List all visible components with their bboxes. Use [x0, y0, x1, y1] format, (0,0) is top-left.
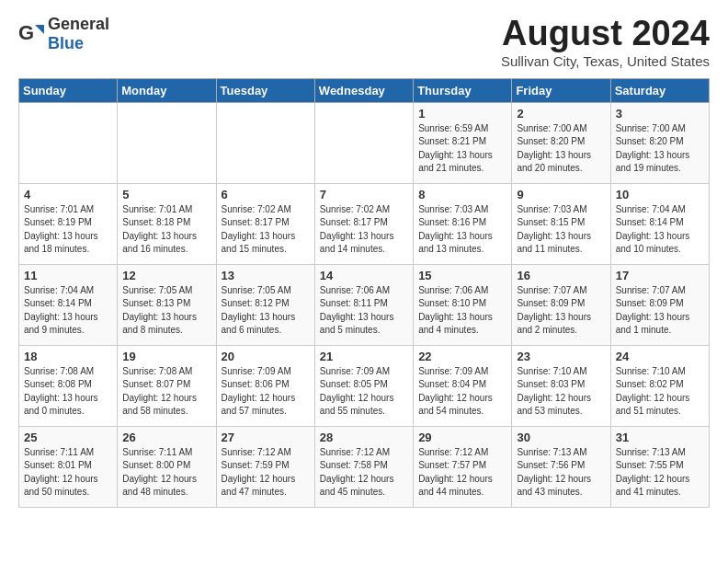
calendar-week-3: 11Sunrise: 7:04 AM Sunset: 8:14 PM Dayli…: [19, 264, 710, 345]
calendar-week-1: 1Sunrise: 6:59 AM Sunset: 8:21 PM Daylig…: [19, 102, 710, 183]
calendar-cell: 16Sunrise: 7:07 AM Sunset: 8:09 PM Dayli…: [512, 264, 610, 345]
weekday-header-sunday: Sunday: [19, 78, 118, 102]
calendar-cell: 29Sunrise: 7:12 AM Sunset: 7:57 PM Dayli…: [414, 426, 512, 507]
location-title: Sullivan City, Texas, United States: [501, 53, 710, 69]
calendar-table: SundayMondayTuesdayWednesdayThursdayFrid…: [18, 78, 710, 508]
calendar-cell: 9Sunrise: 7:03 AM Sunset: 8:15 PM Daylig…: [512, 183, 610, 264]
day-info: Sunrise: 7:05 AM Sunset: 8:12 PM Dayligh…: [222, 284, 310, 338]
day-number: 2: [517, 107, 605, 121]
calendar-cell: 13Sunrise: 7:05 AM Sunset: 8:12 PM Dayli…: [216, 264, 314, 345]
day-info: Sunrise: 7:11 AM Sunset: 8:01 PM Dayligh…: [24, 446, 112, 500]
day-number: 14: [320, 269, 408, 282]
calendar-cell: 15Sunrise: 7:06 AM Sunset: 8:10 PM Dayli…: [414, 264, 512, 345]
calendar-cell: 14Sunrise: 7:06 AM Sunset: 8:11 PM Dayli…: [314, 264, 413, 345]
weekday-header-friday: Friday: [512, 78, 610, 102]
calendar-cell: 19Sunrise: 7:08 AM Sunset: 8:07 PM Dayli…: [118, 345, 216, 426]
day-number: 10: [616, 188, 704, 201]
day-number: 3: [616, 107, 704, 121]
calendar-week-5: 25Sunrise: 7:11 AM Sunset: 8:01 PM Dayli…: [19, 426, 710, 507]
day-number: 27: [222, 431, 310, 444]
day-info: Sunrise: 7:09 AM Sunset: 8:06 PM Dayligh…: [222, 365, 310, 419]
calendar-cell: 22Sunrise: 7:09 AM Sunset: 8:04 PM Dayli…: [414, 345, 512, 426]
day-number: 23: [517, 350, 605, 363]
day-info: Sunrise: 7:04 AM Sunset: 8:14 PM Dayligh…: [24, 284, 112, 338]
calendar-cell: 4Sunrise: 7:01 AM Sunset: 8:19 PM Daylig…: [19, 183, 118, 264]
day-info: Sunrise: 6:59 AM Sunset: 8:21 PM Dayligh…: [418, 122, 506, 176]
day-info: Sunrise: 7:00 AM Sunset: 8:20 PM Dayligh…: [517, 122, 605, 176]
day-info: Sunrise: 7:01 AM Sunset: 8:19 PM Dayligh…: [24, 203, 112, 257]
logo-icon: G: [18, 21, 44, 47]
day-number: 31: [616, 431, 704, 444]
day-info: Sunrise: 7:02 AM Sunset: 8:17 PM Dayligh…: [320, 203, 408, 257]
day-number: 30: [517, 431, 605, 444]
calendar-cell: 23Sunrise: 7:10 AM Sunset: 8:03 PM Dayli…: [512, 345, 610, 426]
calendar-body: 1Sunrise: 6:59 AM Sunset: 8:21 PM Daylig…: [19, 102, 710, 507]
day-number: 15: [418, 269, 506, 282]
day-info: Sunrise: 7:03 AM Sunset: 8:15 PM Dayligh…: [517, 203, 605, 257]
logo-blue: Blue: [48, 34, 84, 52]
day-number: 20: [222, 350, 310, 363]
calendar-cell: 7Sunrise: 7:02 AM Sunset: 8:17 PM Daylig…: [314, 183, 413, 264]
day-info: Sunrise: 7:04 AM Sunset: 8:14 PM Dayligh…: [616, 203, 704, 257]
day-info: Sunrise: 7:09 AM Sunset: 8:04 PM Dayligh…: [418, 365, 506, 419]
calendar-cell: 3Sunrise: 7:00 AM Sunset: 8:20 PM Daylig…: [610, 102, 709, 183]
day-info: Sunrise: 7:07 AM Sunset: 8:09 PM Dayligh…: [517, 284, 605, 338]
day-number: 24: [616, 350, 704, 363]
day-number: 26: [122, 431, 210, 444]
day-number: 17: [616, 269, 704, 282]
day-number: 29: [418, 431, 506, 444]
day-number: 8: [418, 188, 506, 201]
calendar-cell: [19, 102, 118, 183]
day-number: 11: [24, 269, 112, 282]
day-info: Sunrise: 7:03 AM Sunset: 8:16 PM Dayligh…: [418, 203, 506, 257]
calendar-cell: 6Sunrise: 7:02 AM Sunset: 8:17 PM Daylig…: [216, 183, 314, 264]
calendar-week-2: 4Sunrise: 7:01 AM Sunset: 8:19 PM Daylig…: [19, 183, 710, 264]
day-info: Sunrise: 7:07 AM Sunset: 8:09 PM Dayligh…: [616, 284, 704, 338]
day-number: 25: [24, 431, 112, 444]
calendar-cell: 21Sunrise: 7:09 AM Sunset: 8:05 PM Dayli…: [314, 345, 413, 426]
calendar-cell: 20Sunrise: 7:09 AM Sunset: 8:06 PM Dayli…: [216, 345, 314, 426]
day-info: Sunrise: 7:06 AM Sunset: 8:10 PM Dayligh…: [418, 284, 506, 338]
weekday-header-saturday: Saturday: [610, 78, 709, 102]
calendar-cell: 28Sunrise: 7:12 AM Sunset: 7:58 PM Dayli…: [314, 426, 413, 507]
calendar-cell: 11Sunrise: 7:04 AM Sunset: 8:14 PM Dayli…: [19, 264, 118, 345]
weekday-header-monday: Monday: [118, 78, 216, 102]
day-number: 21: [320, 350, 408, 363]
calendar-cell: 27Sunrise: 7:12 AM Sunset: 7:59 PM Dayli…: [216, 426, 314, 507]
month-title: August 2024: [501, 15, 710, 53]
day-info: Sunrise: 7:02 AM Sunset: 8:17 PM Dayligh…: [222, 203, 310, 257]
day-number: 9: [517, 188, 605, 201]
calendar-cell: 1Sunrise: 6:59 AM Sunset: 8:21 PM Daylig…: [414, 102, 512, 183]
day-info: Sunrise: 7:12 AM Sunset: 7:58 PM Dayligh…: [320, 446, 408, 500]
calendar-cell: [314, 102, 413, 183]
calendar-cell: 25Sunrise: 7:11 AM Sunset: 8:01 PM Dayli…: [19, 426, 118, 507]
weekday-header-wednesday: Wednesday: [314, 78, 413, 102]
calendar-cell: 18Sunrise: 7:08 AM Sunset: 8:08 PM Dayli…: [19, 345, 118, 426]
logo-general: General: [48, 15, 109, 33]
day-number: 4: [24, 188, 112, 201]
day-info: Sunrise: 7:00 AM Sunset: 8:20 PM Dayligh…: [616, 122, 704, 176]
day-number: 7: [320, 188, 408, 201]
calendar-cell: [216, 102, 314, 183]
day-number: 28: [320, 431, 408, 444]
calendar-cell: 30Sunrise: 7:13 AM Sunset: 7:56 PM Dayli…: [512, 426, 610, 507]
day-info: Sunrise: 7:01 AM Sunset: 8:18 PM Dayligh…: [122, 203, 210, 257]
logo: G General Blue: [18, 15, 109, 53]
calendar-cell: 24Sunrise: 7:10 AM Sunset: 8:02 PM Dayli…: [610, 345, 709, 426]
day-number: 18: [24, 350, 112, 363]
svg-text:G: G: [18, 21, 34, 44]
day-number: 5: [122, 188, 210, 201]
day-info: Sunrise: 7:10 AM Sunset: 8:02 PM Dayligh…: [616, 365, 704, 419]
day-number: 22: [418, 350, 506, 363]
day-info: Sunrise: 7:09 AM Sunset: 8:05 PM Dayligh…: [320, 365, 408, 419]
day-number: 16: [517, 269, 605, 282]
day-info: Sunrise: 7:11 AM Sunset: 8:00 PM Dayligh…: [122, 446, 210, 500]
svg-marker-1: [35, 25, 44, 34]
calendar-week-4: 18Sunrise: 7:08 AM Sunset: 8:08 PM Dayli…: [19, 345, 710, 426]
day-info: Sunrise: 7:13 AM Sunset: 7:55 PM Dayligh…: [616, 446, 704, 500]
day-info: Sunrise: 7:08 AM Sunset: 8:07 PM Dayligh…: [122, 365, 210, 419]
calendar-cell: 8Sunrise: 7:03 AM Sunset: 8:16 PM Daylig…: [414, 183, 512, 264]
calendar-cell: 10Sunrise: 7:04 AM Sunset: 8:14 PM Dayli…: [610, 183, 709, 264]
weekday-header-row: SundayMondayTuesdayWednesdayThursdayFrid…: [19, 78, 710, 102]
weekday-header-thursday: Thursday: [414, 78, 512, 102]
